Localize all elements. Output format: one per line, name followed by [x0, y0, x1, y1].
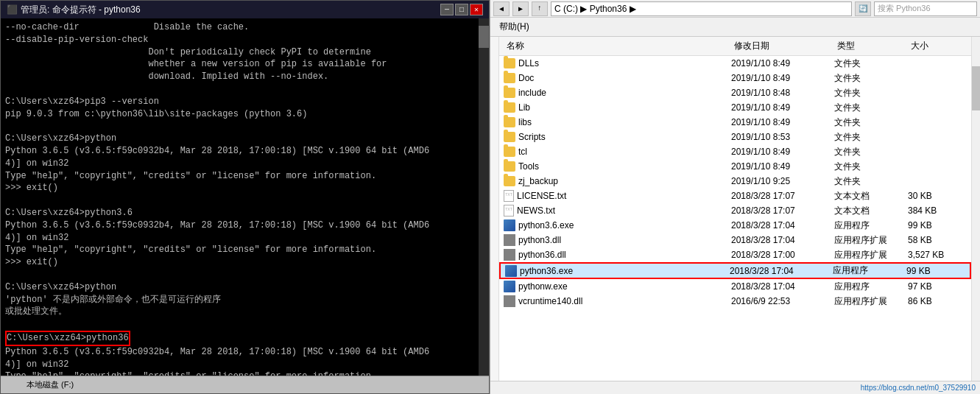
txt-icon: TXT: [504, 190, 514, 202]
file-modified: 2019/1/10 8:49: [731, 117, 834, 127]
table-row[interactable]: TXT LICENSE.txt 2018/3/28 17:07 文本文档 30 …: [499, 189, 971, 203]
table-row[interactable]: python3.6.exe 2018/3/28 17:04 应用程序 99 KB: [499, 218, 971, 233]
file-type: 文件夹: [834, 146, 908, 158]
cmd-highlighted-command: C:\Users\xzz64>python36: [5, 331, 130, 346]
explorer-window: ◀ ▶ ↑ C (C:) ▶ Python36 ▶ 🔄 搜索 Python36 …: [490, 0, 980, 394]
file-modified: 2019/1/10 8:49: [731, 73, 834, 83]
file-modified: 2019/1/10 8:49: [731, 102, 834, 113]
cmd-maximize-button[interactable]: □: [455, 4, 468, 15]
explorer-forward-button[interactable]: ▶: [512, 1, 529, 16]
file-size: 97 KB: [908, 281, 967, 292]
cmd-taskbar-drive[interactable]: 本地磁盘 (F:): [21, 379, 80, 390]
explorer-menu-help[interactable]: 帮助(H): [495, 19, 534, 35]
cmd-taskbar: 本地磁盘 (F:): [1, 376, 489, 393]
file-name-cell: python36.dll: [504, 249, 731, 261]
file-modified: 2019/1/10 8:53: [731, 132, 834, 142]
txt-icon: TXT: [504, 205, 514, 217]
file-type: 文本文档: [834, 205, 908, 217]
explorer-file-list[interactable]: 名称 修改日期 类型 大小 DLLs 2019/1/10 8:49 文件夹 Do…: [499, 37, 971, 381]
explorer-statusbar: https://blog.csdn.net/m0_37529910: [490, 381, 980, 394]
table-row[interactable]: TXT NEWS.txt 2018/3/28 17:07 文本文档 384 KB: [499, 203, 971, 218]
explorer-address-bar[interactable]: C (C:) ▶ Python36 ▶: [551, 1, 852, 16]
file-name-cell: pythonw.exe: [504, 281, 731, 292]
folder-icon: [504, 88, 515, 98]
file-type: 应用程序扩展: [834, 249, 908, 261]
explorer-topbar: ◀ ▶ ↑ C (C:) ▶ Python36 ▶ 🔄 搜索 Python36: [490, 0, 980, 18]
cmd-close-button[interactable]: ✕: [470, 4, 483, 15]
file-type: 文件夹: [834, 72, 908, 85]
file-modified: 2019/1/10 8:48: [731, 88, 834, 98]
file-modified: 2019/1/10 8:49: [731, 147, 834, 157]
file-type: 应用程序: [834, 281, 908, 293]
file-type: 文件夹: [834, 57, 908, 70]
file-name-cell: DLLs: [504, 58, 731, 68]
table-row[interactable]: Tools 2019/1/10 8:49 文件夹: [499, 159, 971, 174]
dll-icon: [504, 234, 515, 246]
folder-icon: [504, 58, 515, 68]
file-name-cell: TXT LICENSE.txt: [504, 190, 731, 202]
file-type: 文本文档: [834, 190, 908, 203]
table-row[interactable]: python36.exe 2018/3/28 17:04 应用程序 99 KB: [499, 262, 971, 279]
file-name-cell: tcl: [504, 147, 731, 157]
file-size: 99 KB: [908, 220, 967, 231]
folder-icon: [504, 161, 515, 172]
file-name-cell: Scripts: [504, 132, 731, 142]
file-name: DLLs: [518, 58, 539, 68]
table-row[interactable]: vcruntime140.dll 2016/6/9 22:53 应用程序扩展 8…: [499, 294, 971, 309]
table-row[interactable]: Lib 2019/1/10 8:49 文件夹: [499, 100, 971, 115]
file-modified: 2019/1/10 8:49: [731, 58, 834, 68]
file-modified: 2018/3/28 17:04: [730, 266, 833, 276]
file-modified: 2019/1/10 8:49: [731, 161, 834, 172]
cmd-scrollbar[interactable]: [479, 18, 489, 376]
cmd-window: ⬛ 管理员: 命令提示符 - python36 ─ □ ✕ --no-cache…: [0, 0, 490, 394]
dll-icon: [504, 295, 515, 307]
file-size: 86 KB: [908, 296, 967, 306]
cmd-titlebar: ⬛ 管理员: 命令提示符 - python36 ─ □ ✕: [1, 1, 489, 18]
cmd-output: --no-cache-dir Disable the cache. --disa…: [5, 21, 484, 376]
table-row[interactable]: python3.dll 2018/3/28 17:04 应用程序扩展 58 KB: [499, 233, 971, 247]
cmd-minimize-button[interactable]: ─: [440, 4, 454, 15]
file-size: 3,527 KB: [908, 250, 967, 260]
cmd-titlebar-left: ⬛ 管理员: 命令提示符 - python36: [7, 4, 141, 16]
file-name: pythonw.exe: [518, 281, 568, 292]
col-size[interactable]: 大小: [908, 38, 967, 54]
table-row[interactable]: pythonw.exe 2018/3/28 17:04 应用程序 97 KB: [499, 279, 971, 294]
file-name: Scripts: [518, 132, 546, 142]
explorer-scrollbar[interactable]: [971, 37, 980, 381]
col-name[interactable]: 名称: [504, 38, 731, 54]
exe-icon: [504, 281, 515, 292]
file-modified: 2016/6/9 22:53: [731, 296, 834, 306]
explorer-up-button[interactable]: ↑: [532, 1, 548, 16]
table-row[interactable]: Scripts 2019/1/10 8:53 文件夹: [499, 130, 971, 144]
folder-icon: [504, 73, 515, 83]
explorer-sidebar: [490, 37, 499, 381]
file-name: LICENSE.txt: [517, 191, 566, 201]
table-row[interactable]: tcl 2019/1/10 8:49 文件夹: [499, 144, 971, 159]
table-row[interactable]: Doc 2019/1/10 8:49 文件夹: [499, 71, 971, 85]
col-type[interactable]: 类型: [834, 38, 908, 54]
explorer-refresh-button[interactable]: 🔄: [855, 1, 871, 16]
col-modified[interactable]: 修改日期: [731, 38, 834, 54]
table-row[interactable]: libs 2019/1/10 8:49 文件夹: [499, 115, 971, 130]
file-name-cell: python3.6.exe: [504, 219, 731, 231]
file-modified: 2019/1/10 9:25: [731, 176, 834, 186]
file-name: Tools: [518, 161, 539, 172]
table-row[interactable]: DLLs 2019/1/10 8:49 文件夹: [499, 56, 971, 71]
file-type: 文件夹: [834, 87, 908, 99]
dll-icon: [504, 249, 515, 261]
explorer-back-button[interactable]: ◀: [493, 1, 510, 16]
file-type: 文件夹: [834, 161, 908, 173]
file-name-cell: Lib: [504, 102, 731, 113]
table-row[interactable]: python36.dll 2018/3/28 17:00 应用程序扩展 3,52…: [499, 247, 971, 262]
file-type: 文件夹: [834, 131, 908, 144]
explorer-scrollbar-thumb: [972, 66, 980, 110]
exe-icon: [504, 219, 515, 231]
file-type: 应用程序: [834, 219, 908, 232]
table-row[interactable]: include 2019/1/10 8:48 文件夹: [499, 85, 971, 100]
file-name-cell: Doc: [504, 73, 731, 83]
file-size: 99 KB: [906, 266, 965, 276]
table-row[interactable]: zj_backup 2019/1/10 9:25 文件夹: [499, 174, 971, 189]
explorer-search-text: 搜索 Python36: [878, 3, 931, 14]
explorer-list-header: 名称 修改日期 类型 大小: [499, 37, 971, 56]
explorer-search-box[interactable]: 搜索 Python36: [874, 1, 977, 16]
